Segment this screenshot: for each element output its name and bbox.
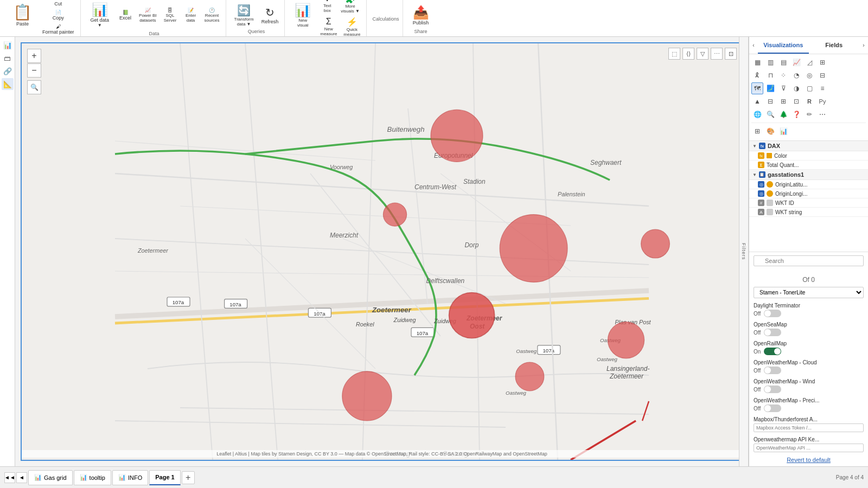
- viz-ribbon[interactable]: 🎗: [751, 69, 763, 81]
- revert-default-button[interactable]: Revert to default: [787, 457, 831, 463]
- panel-nav-next[interactable]: ›: [859, 37, 868, 54]
- weather-preci-off-label: Off: [754, 406, 761, 412]
- weather-wind-toggle[interactable]: [764, 386, 781, 393]
- color-swatch: [767, 153, 772, 158]
- zoom-out-button[interactable]: −: [27, 63, 41, 78]
- paste-button[interactable]: 📋 Paste: [8, 1, 37, 29]
- recent-sources-button[interactable]: 🕐 Recentsources: [202, 7, 222, 24]
- sidebar-item-data[interactable]: 🗃: [2, 52, 14, 64]
- viz-kpi[interactable]: ▲: [751, 95, 763, 107]
- field-originlongi[interactable]: ◎ OriginLongi...: [749, 189, 868, 198]
- viz-filled-map[interactable]: 🗾: [764, 82, 776, 94]
- format-painter-button[interactable]: 🖌 Format painter: [40, 23, 77, 36]
- viz-search[interactable]: 🔍: [764, 108, 776, 120]
- map-filter-button[interactable]: ▽: [697, 48, 709, 60]
- viz-format[interactable]: 🎨: [764, 125, 776, 137]
- map-more-button[interactable]: ⋯: [711, 48, 723, 60]
- map-focus-button[interactable]: ⊡: [725, 48, 737, 60]
- sidebar-item-model[interactable]: 🔗: [2, 65, 14, 77]
- viz-donut[interactable]: ◎: [803, 69, 815, 81]
- viz-analytics[interactable]: 📊: [777, 125, 789, 137]
- sidebar-item-report[interactable]: 📊: [2, 39, 14, 51]
- sidebar-item-dax[interactable]: 📐: [2, 78, 14, 90]
- viz-scatter[interactable]: ⁘: [777, 69, 789, 81]
- weather-preci-toggle[interactable]: [764, 404, 781, 412]
- page-nav-prev[interactable]: ◄: [16, 472, 27, 483]
- add-page-button[interactable]: +: [182, 471, 195, 484]
- zoom-search-button[interactable]: 🔍: [27, 80, 41, 94]
- gasstations1-group-header[interactable]: ▼ 📋 gasstations1: [749, 170, 868, 180]
- map-container: 107a 107a 107a 107a 107a: [21, 42, 743, 461]
- weather-cloud-toggle[interactable]: [764, 367, 781, 374]
- power-bi-datasets-button[interactable]: 📈 Power BIdatasets: [136, 7, 159, 24]
- viz-stacked-bar[interactable]: ▥: [764, 56, 776, 68]
- viz-combo[interactable]: ⊞: [816, 56, 828, 68]
- page-tab-gas-grid[interactable]: 📊 Gas grid: [28, 470, 73, 485]
- viz-map[interactable]: 🗺: [751, 82, 763, 94]
- layer-search-input[interactable]: [754, 255, 864, 266]
- viz-treemap[interactable]: ⊟: [816, 69, 828, 81]
- viz-table[interactable]: ⊞: [777, 95, 789, 107]
- cut-button[interactable]: ✂ Cut: [40, 0, 77, 8]
- viz-slicer[interactable]: ⊟: [764, 95, 776, 107]
- viz-smart-narrative[interactable]: ✏: [803, 108, 815, 120]
- panel-nav-prev[interactable]: ‹: [749, 37, 758, 54]
- viz-100pct-bar[interactable]: ▤: [777, 56, 789, 68]
- dax-group-header[interactable]: ▼ fx DAX: [749, 141, 868, 151]
- transform-data-button[interactable]: 🔄 Transformdata ▼: [232, 3, 257, 28]
- filters-tab[interactable]: Filters: [739, 37, 749, 466]
- viz-python[interactable]: Py: [816, 95, 828, 107]
- viz-matrix[interactable]: ⊡: [790, 95, 802, 107]
- field-total-quant[interactable]: Σ Total Quant...: [749, 160, 868, 170]
- mapbox-api-input[interactable]: [754, 423, 864, 432]
- enter-data-button[interactable]: 📝 Enterdata: [181, 7, 201, 24]
- field-color[interactable]: fx Color: [749, 151, 868, 160]
- more-visuals-button[interactable]: 🧩 Morevisuals ▼: [338, 0, 362, 15]
- new-visual-button[interactable]: 📊 Newvisual: [290, 1, 315, 30]
- viz-multi-row[interactable]: ≡: [816, 82, 828, 94]
- openrailmap-toggle[interactable]: [764, 348, 781, 355]
- viz-build[interactable]: ⊞: [751, 125, 763, 137]
- page-tab-page1[interactable]: Page 1: [149, 470, 180, 485]
- viz-r-visual[interactable]: R: [803, 95, 815, 107]
- field-originlatitu[interactable]: ◎ OriginLatitu...: [749, 180, 868, 189]
- page-nav-first[interactable]: ◄◄: [4, 472, 15, 483]
- get-data-button[interactable]: 📊 Get data ▼: [86, 0, 114, 30]
- main-content: 107a 107a 107a 107a 107a: [15, 37, 749, 466]
- page-tab-tooltip[interactable]: 📊 tooltip: [74, 470, 111, 485]
- color-field-name: Color: [774, 153, 787, 159]
- viz-waterfall[interactable]: ⊓: [764, 69, 776, 81]
- openweathermap-api-input[interactable]: [754, 444, 864, 452]
- viz-line-chart[interactable]: 📈: [790, 56, 802, 68]
- map-style-select[interactable]: Stamen - TonerLite OpenStreetMap CartoDB…: [754, 287, 864, 298]
- field-wkt-id[interactable]: # WKT ID: [749, 198, 868, 208]
- map-select-button[interactable]: ⬚: [668, 48, 680, 60]
- copy-button[interactable]: 📄 Copy: [40, 9, 77, 22]
- tab-visualizations[interactable]: Visualizations: [758, 37, 809, 54]
- openseamap-toggle-row: Off: [754, 329, 864, 336]
- field-wkt-string[interactable]: A WKT string: [749, 208, 868, 217]
- viz-arcgis[interactable]: 🌐: [751, 108, 763, 120]
- viz-card[interactable]: ▢: [803, 82, 815, 94]
- refresh-button[interactable]: ↻ Refresh: [259, 5, 282, 25]
- text-box-button[interactable]: T Textbox: [317, 0, 337, 15]
- tab-fields[interactable]: Fields: [809, 37, 860, 54]
- viz-gauge[interactable]: ◑: [790, 82, 802, 94]
- viz-area-chart[interactable]: ◿: [803, 56, 815, 68]
- zoom-in-button[interactable]: +: [27, 49, 41, 63]
- publish-button[interactable]: 📤 Publish: [409, 3, 433, 28]
- daylight-toggle[interactable]: [764, 310, 781, 317]
- quick-measure-button[interactable]: ⚡ Quickmeasure: [341, 16, 363, 38]
- viz-decomp-tree[interactable]: 🌲: [777, 108, 789, 120]
- map-lasso-button[interactable]: ⟨⟩: [682, 48, 694, 60]
- excel-button[interactable]: 📗 Excel: [116, 7, 135, 24]
- viz-bar-chart[interactable]: ▦: [751, 56, 763, 68]
- viz-pie[interactable]: ◔: [790, 69, 802, 81]
- viz-funnel[interactable]: ⊽: [777, 82, 789, 94]
- sql-server-button[interactable]: 🗄 SQLServer: [161, 7, 180, 24]
- viz-more[interactable]: ⋯: [816, 108, 828, 120]
- page-tab-info[interactable]: 📊 INFO: [112, 470, 148, 485]
- viz-qna[interactable]: ❓: [790, 108, 802, 120]
- openseamap-toggle[interactable]: [764, 329, 781, 336]
- new-measure-button[interactable]: Σ Newmeasure: [317, 16, 340, 38]
